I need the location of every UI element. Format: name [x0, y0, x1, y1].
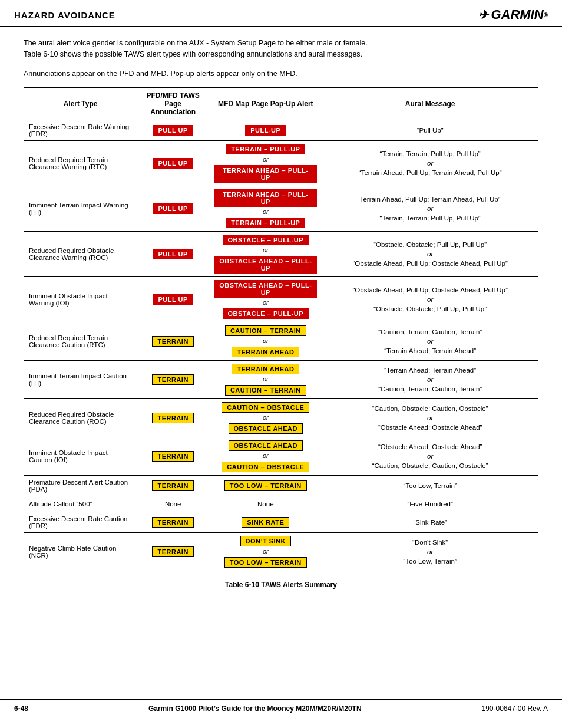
logo-text: GARMIN — [491, 7, 543, 22]
mfd-badge: CAUTION – OBSTACLE — [222, 402, 309, 413]
aural-line: “Sink Rate” — [413, 519, 447, 526]
cell-alert-type: Reduced Required Terrain Clearance Warni… — [24, 141, 137, 186]
mfd-badge: OBSTACLE AHEAD – PULL-UP — [214, 280, 317, 298]
main-content: The aural alert voice gender is configur… — [0, 27, 562, 607]
or-separator: or — [214, 156, 317, 163]
aural-line: or — [427, 338, 433, 345]
cell-mfd: OBSTACLE – PULL-UPorOBSTACLE AHEAD – PUL… — [209, 232, 322, 277]
cell-mfd: TOO LOW – TERRAIN — [209, 476, 322, 496]
aural-line: or — [427, 548, 433, 555]
or-separator: or — [214, 414, 317, 421]
or-separator: or — [214, 548, 317, 555]
intro-line3: Annunciations appear on the PFD and MFD.… — [24, 68, 538, 80]
cell-pfd: TERRAIN — [137, 399, 209, 437]
aural-line: “Caution, Obstacle; Caution, Obstacle” — [372, 462, 488, 469]
page-title: HAZARD AVOIDANCE — [14, 10, 115, 20]
cell-pfd: PULL UP — [137, 186, 209, 232]
footer-title: Garmin G1000 Pilot’s Guide for the Moone… — [148, 704, 362, 713]
or-separator: or — [214, 452, 317, 459]
pfd-badge-yellow: TERRAIN — [152, 546, 193, 557]
bird-icon: ✈ — [478, 8, 488, 22]
mfd-badge: TOO LOW – TERRAIN — [224, 480, 307, 491]
pfd-badge-yellow: TERRAIN — [152, 336, 193, 347]
cell-mfd: TERRAIN AHEAD – PULL-UPorTERRAIN – PULL-… — [209, 186, 322, 232]
header-alert-type: Alert Type — [24, 88, 137, 120]
cell-aural: “Five-Hundred” — [322, 496, 538, 512]
pfd-badge-red: PULL UP — [153, 125, 193, 136]
aural-line: “Obstacle, Obstacle; Pull Up, Pull Up” — [373, 305, 487, 312]
cell-alert-type: Excessive Descent Rate Caution (EDR) — [24, 512, 137, 533]
cell-pfd: TERRAIN — [137, 361, 209, 399]
table-row: Premature Descent Alert Caution (PDA)TER… — [24, 476, 538, 496]
aural-line: “Caution, Terrain; Caution, Terrain” — [378, 328, 482, 335]
or-separator: or — [214, 299, 317, 306]
cell-aural: Terrain Ahead, Pull Up; Terrain Ahead, P… — [322, 186, 538, 232]
pfd-badge-yellow: TERRAIN — [152, 413, 193, 423]
or-separator: or — [214, 337, 317, 344]
page-footer: 6-48 Garmin G1000 Pilot’s Guide for the … — [0, 699, 562, 717]
table-row: Imminent Terrain Impact Warning (ITI)PUL… — [24, 186, 538, 232]
cell-pfd: PULL UP — [137, 120, 209, 141]
cell-aural: “Too Low, Terrain” — [322, 476, 538, 496]
cell-aural: “Pull Up” — [322, 120, 538, 141]
mfd-badge: DON’T SINK — [240, 536, 292, 546]
cell-alert-type: Negative Climb Rate Caution (NCR) — [24, 533, 137, 571]
table-row: Imminent Obstacle Impact Caution (IOI)TE… — [24, 437, 538, 476]
mfd-badge: PULL-UP — [245, 125, 286, 136]
mfd-badge: TERRAIN AHEAD – PULL-UP — [214, 189, 317, 207]
alerts-table: Alert Type PFD/MFD TAWS Page Annunciatio… — [24, 87, 538, 571]
aural-line: “Five-Hundred” — [407, 500, 452, 508]
or-separator: or — [214, 375, 317, 383]
cell-pfd: TERRAIN — [137, 476, 209, 496]
aural-line: or — [427, 296, 433, 303]
page-header: HAZARD AVOIDANCE ✈ GARMIN® — [0, 0, 562, 27]
mfd-badge: TERRAIN AHEAD – PULL-UP — [214, 165, 317, 183]
mfd-badge: TOO LOW – TERRAIN — [224, 557, 307, 568]
aural-line: or — [427, 251, 433, 258]
cell-mfd: PULL-UP — [209, 120, 322, 141]
cell-alert-type: Reduced Required Terrain Clearance Cauti… — [24, 322, 137, 361]
pfd-badge-red: PULL UP — [153, 249, 193, 259]
aural-line: or — [427, 414, 433, 421]
mfd-badge: OBSTACLE – PULL-UP — [223, 308, 309, 319]
aural-line: or — [427, 160, 433, 167]
table-row: Excessive Descent Rate Warning (EDR)PULL… — [24, 120, 538, 141]
aural-line: or — [427, 453, 433, 460]
cell-alert-type: Reduced Required Obstacle Clearance Warn… — [24, 232, 137, 277]
intro-line1: The aural alert voice gender is configur… — [24, 38, 538, 60]
aural-line: “Obstacle, Obstacle; Pull Up, Pull Up” — [373, 241, 487, 248]
cell-mfd: CAUTION – TERRAINorTERRAIN AHEAD — [209, 322, 322, 361]
aural-line: Terrain Ahead, Pull Up; Terrain Ahead, P… — [360, 196, 501, 203]
mfd-badge: CAUTION – TERRAIN — [225, 385, 306, 396]
aural-line: “Terrain Ahead; Terrain Ahead” — [384, 347, 476, 354]
table-row: Reduced Required Terrain Clearance Cauti… — [24, 322, 538, 361]
table-row: Negative Climb Rate Caution (NCR)TERRAIN… — [24, 533, 538, 571]
mfd-badge: OBSTACLE AHEAD – PULL-UP — [214, 256, 317, 274]
cell-alert-type: Altitude Callout “500” — [24, 496, 137, 512]
table-row: Excessive Descent Rate Caution (EDR)TERR… — [24, 512, 538, 533]
aural-line: “Obstacle Ahead, Pull Up; Obstacle Ahead… — [352, 260, 507, 267]
cell-mfd: CAUTION – OBSTACLEorOBSTACLE AHEAD — [209, 399, 322, 437]
cell-pfd: None — [137, 496, 209, 512]
header-mfd: MFD Map Page Pop-Up Alert — [209, 88, 322, 120]
cell-aural: “Terrain, Terrain; Pull Up, Pull Up”or“T… — [322, 141, 538, 186]
aural-line: “Obstacle Ahead; Obstacle Ahead” — [378, 424, 482, 431]
aural-line: or — [427, 205, 433, 212]
cell-mfd: DON’T SINKorTOO LOW – TERRAIN — [209, 533, 322, 571]
table-row: Reduced Required Obstacle Clearance Warn… — [24, 232, 538, 277]
cell-pfd: TERRAIN — [137, 512, 209, 533]
table-row: Reduced Required Obstacle Clearance Caut… — [24, 399, 538, 437]
pfd-badge-yellow: TERRAIN — [152, 480, 193, 491]
cell-alert-type: Imminent Obstacle Impact Warning (IOI) — [24, 277, 137, 322]
footer-page-num: 6-48 — [14, 704, 28, 713]
mfd-badge: TERRAIN AHEAD — [232, 347, 299, 357]
or-separator: or — [214, 246, 317, 253]
cell-alert-type: Imminent Terrain Impact Caution (ITI) — [24, 361, 137, 399]
table-row: Altitude Callout “500”NoneNone“Five-Hund… — [24, 496, 538, 512]
pfd-badge-yellow: TERRAIN — [152, 374, 193, 385]
cell-aural: “Obstacle, Obstacle; Pull Up, Pull Up”or… — [322, 232, 538, 277]
pfd-badge-yellow: TERRAIN — [152, 517, 193, 528]
aural-line: “Terrain, Terrain; Pull Up, Pull Up” — [380, 150, 481, 157]
aural-line: “Terrain Ahead, Pull Up; Terrain Ahead, … — [359, 169, 502, 176]
cell-pfd: PULL UP — [137, 277, 209, 322]
